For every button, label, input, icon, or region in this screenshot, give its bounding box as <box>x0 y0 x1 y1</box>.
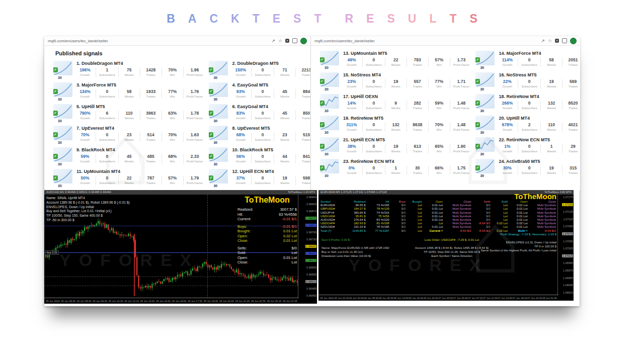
stat-label: Trades <box>299 159 310 163</box>
stat-value: 37% <box>233 175 248 180</box>
signal-chart-thumbnail: ✓ <box>475 51 495 65</box>
signal-card[interactable]: ✓306. EasyGoal MT483%Growth0Subscribers4… <box>209 103 310 125</box>
stat-trades: 282Trades <box>407 101 428 110</box>
signal-card[interactable]: ✓3010. BlackRock MT556%Growth0Subscriber… <box>209 146 310 168</box>
verified-check-icon: ✓ <box>53 111 58 116</box>
signal-card[interactable]: ✓3018. RetireNow MT4266%Growth0Subscribe… <box>475 93 580 115</box>
table-cell: $/0 <box>391 225 407 229</box>
signal-card[interactable]: ✓3016. NoStress MT522%Growth0Subscribers… <box>475 71 580 93</box>
stat-trades: 1428Trades <box>140 67 162 77</box>
price-tick: 1.07135 <box>558 210 573 213</box>
stat-label: Growth <box>500 63 515 67</box>
stat-trades: 8520Trades <box>562 101 580 110</box>
stat-label: Growth <box>500 149 515 153</box>
signal-name: 23. RetireNow ECN MT4 <box>343 159 472 164</box>
backtest-badge: 30 <box>209 75 232 80</box>
table-cell: 1149.85 $ <box>341 229 367 233</box>
stat-growth: 56%Growth <box>232 154 251 163</box>
stat-label: Growth <box>77 138 93 142</box>
stat-subscribers: 2Subscribers <box>518 122 540 132</box>
stat-value: 1.48 <box>453 122 470 127</box>
stat-label: Profit Factor <box>187 181 203 185</box>
signal-card[interactable]: ✓303. MajorForce MT5134%Growth0Subscribe… <box>53 81 206 103</box>
signal-card[interactable]: ✓3022. RetireNow ECN MT51%Growth0Subscri… <box>475 136 580 158</box>
time-tick: 25 Jun 2021 <box>320 297 334 300</box>
grid-line <box>44 277 299 277</box>
stat-trades: 8638Trades <box>407 122 428 132</box>
signal-stats: 37%Growth0Subscribers19Weeks598Trades65%… <box>232 175 310 185</box>
star-icon[interactable]: ☆ <box>278 38 282 43</box>
strategy-info-block: Profit Strategy: -7.29 $, Necessary: 1.0… <box>446 232 556 252</box>
stat-label: Win <box>432 171 447 175</box>
signal-card[interactable]: ✓301. DoubleDragon MT4196%Growth1Subscri… <box>53 60 206 81</box>
signal-card[interactable]: ✓3023. RetireNow ECN MT40%Growth0Subscri… <box>320 158 472 179</box>
signal-card[interactable]: ✓302. DoubleDragon MT5150%Growth0Subscri… <box>209 60 310 81</box>
signal-card[interactable]: ✓308. UpEverest MT568%Growth0Subscribers… <box>209 125 310 146</box>
stat-group: Sells:$/0Sold:LotOpen:0.01 LotClose:Lot <box>237 246 297 265</box>
stat-label: Growth <box>233 116 248 120</box>
signal-card[interactable]: ✓3012. UpHill ECN MT437%Growth0Subscribe… <box>209 168 310 190</box>
column-header: Hit <box>367 200 391 204</box>
tab-icon[interactable] <box>292 38 297 43</box>
signal-card[interactable]: ✓3024. ActivBra50 MT530%Growth0Subscribe… <box>475 158 580 179</box>
signal-main: 20. UpHill MT4678%Growth2Subscribers110W… <box>499 115 580 136</box>
signal-card[interactable]: ✓3013. UpMountain MT549%Growth0Subscribe… <box>320 50 472 71</box>
url-bar[interactable]: mql5.com/en/users/tec_daniel/seller <box>314 39 538 43</box>
url-bar[interactable]: mql5.com/en/users/tec_daniel/seller <box>48 39 268 43</box>
stat-subscribers: 0Subscribers <box>251 111 274 120</box>
signal-card[interactable]: ✓304. EasyGoal MT593%Growth0Subscribers4… <box>209 81 310 103</box>
share-icon[interactable]: ↗ <box>271 38 275 43</box>
table-cell: Lot <box>492 207 509 211</box>
signal-main: 12. UpHill ECN MT437%Growth0Subscribers1… <box>232 168 310 190</box>
time-tick: 25 Jun 09:30 <box>93 300 107 303</box>
stat-value: 22 <box>388 57 404 62</box>
share-icon[interactable]: ↗ <box>541 38 545 43</box>
signal-card[interactable]: ✓309. BlackRock MT459%Growth0Subscribers… <box>53 146 206 168</box>
signal-card[interactable]: ✓3019. RetireNow MT5311%Growth0Subscribe… <box>320 115 472 136</box>
signal-card[interactable]: ✓3015. NoStress MT423%Growth0Subscribers… <box>320 71 472 93</box>
backtest-badge: 30 <box>475 173 499 178</box>
signal-card[interactable]: ✓3011. UpMountain MT450%Growth0Subscribe… <box>53 168 206 190</box>
stat-growth: 1%Growth <box>499 144 518 153</box>
extensions-icon[interactable] <box>285 39 289 43</box>
tab-icon[interactable] <box>562 38 567 43</box>
stat-label: Trades <box>566 84 580 88</box>
signal-name: 9. BlackRock MT4 <box>76 147 206 153</box>
table-cell: $/0 <box>391 204 407 207</box>
browser-chrome: mql5.com/en/users/tec_daniel/seller ↗ ☆ <box>311 36 580 46</box>
profile-avatar[interactable] <box>570 38 577 44</box>
table-cell: $/0 <box>473 211 492 215</box>
verified-check-icon: ✓ <box>209 175 213 180</box>
table-cell: Multi Symbols <box>529 218 557 222</box>
table-header-row: SymbolRealizedHitBuysBoughtOpenCloseSell… <box>320 200 557 204</box>
signal-name: 13. UpMountain MT5 <box>343 51 472 56</box>
ea-info-line: Buy and Sell Together, Lot 0.01 +Initial… <box>46 209 130 214</box>
verified-check-icon: ✓ <box>53 89 58 94</box>
signal-card[interactable]: ✓3014. MajorForce MT4114%Growth0Subscrib… <box>475 50 580 71</box>
stat-value: 1.48 <box>453 101 470 106</box>
signal-card[interactable]: ✓3017. UpHill OEXN14%Growth0Subscribers9… <box>320 93 472 115</box>
stat-label: Weeks <box>122 73 137 77</box>
ea-info-line: Name: SINAL UpHill MT4 <box>46 196 130 201</box>
backtest-badge: 30 <box>475 65 499 70</box>
stat-value: Lot <box>292 260 297 265</box>
table-cell: Lot <box>492 218 509 222</box>
stat-win: 70%Win <box>162 67 183 77</box>
stat-label: Growth <box>77 159 93 163</box>
stat-label: Weeks <box>544 84 559 88</box>
signal-card[interactable]: ✓3021. UpHill ECN MT538%Growth0Subscribe… <box>320 136 472 158</box>
extensions-icon[interactable] <box>555 39 559 43</box>
stat-value: 114% <box>500 57 515 62</box>
stat-value: 0 <box>255 67 271 72</box>
profile-avatar[interactable] <box>300 38 307 44</box>
signal-card[interactable]: ✓305. UpHill MT5790%Growth6Subscribers11… <box>53 103 206 125</box>
star-icon[interactable]: ☆ <box>548 38 552 43</box>
stat-value: 19 <box>277 175 292 180</box>
stat-subscribers: 0Subscribers <box>518 101 540 110</box>
table-cell: $/0 <box>391 211 407 215</box>
signal-name: 20. UpHill MT4 <box>499 116 580 121</box>
signal-card[interactable]: ✓307. UpEverest MT470%Growth0Subscribers… <box>53 125 206 146</box>
signal-card[interactable]: ✓3020. UpHill MT4678%Growth2Subscribers1… <box>475 115 580 136</box>
stat-trades: 1933Trades <box>140 89 162 99</box>
column-header: Realized <box>341 200 367 204</box>
